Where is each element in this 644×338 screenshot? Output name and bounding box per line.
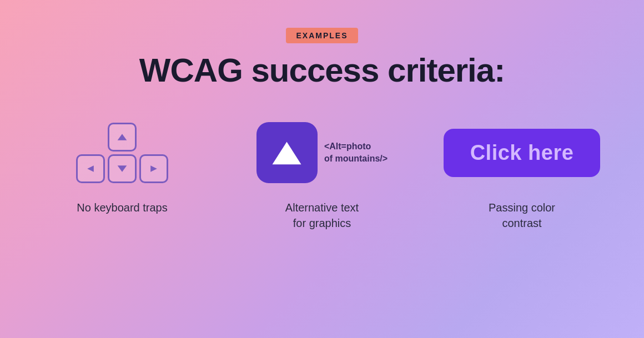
keyboard-card-label: No keyboard traps bbox=[77, 200, 167, 215]
color-contrast-card: Click here Passing colorcontrast bbox=[444, 117, 600, 231]
keyboard-top-row bbox=[108, 123, 137, 152]
svg-marker-1 bbox=[87, 165, 94, 172]
mountain-icon-box bbox=[256, 122, 318, 183]
svg-marker-3 bbox=[150, 165, 157, 172]
keyboard-keys-group bbox=[76, 123, 168, 183]
alt-text-card: <Alt=photoof mountains/> Alternative tex… bbox=[244, 117, 400, 231]
keyboard-card: No keyboard traps bbox=[44, 117, 200, 215]
keyboard-bottom-row bbox=[76, 154, 168, 183]
alt-code-label: <Alt=photoof mountains/> bbox=[324, 140, 388, 165]
key-right bbox=[139, 154, 168, 183]
page-title: WCAG success criteria: bbox=[139, 52, 505, 89]
key-down bbox=[108, 154, 137, 183]
examples-badge: EXAMPLES bbox=[286, 28, 358, 43]
alt-text-visual: <Alt=photoof mountains/> bbox=[256, 117, 388, 189]
click-here-button[interactable]: Click here bbox=[444, 129, 601, 177]
header-section: EXAMPLES WCAG success criteria: bbox=[139, 28, 505, 89]
cards-row: No keyboard traps <Alt=photoof mountains… bbox=[0, 117, 644, 231]
image-icon-container: <Alt=photoof mountains/> bbox=[256, 122, 388, 183]
svg-marker-0 bbox=[118, 134, 127, 140]
svg-marker-4 bbox=[273, 142, 301, 164]
color-contrast-visual: Click here bbox=[444, 117, 601, 189]
alt-text-card-label: Alternative textfor graphics bbox=[285, 200, 359, 231]
color-contrast-card-label: Passing colorcontrast bbox=[489, 200, 555, 231]
key-left bbox=[76, 154, 105, 183]
key-up bbox=[108, 123, 137, 152]
svg-marker-2 bbox=[118, 165, 127, 172]
keyboard-visual bbox=[76, 117, 168, 189]
